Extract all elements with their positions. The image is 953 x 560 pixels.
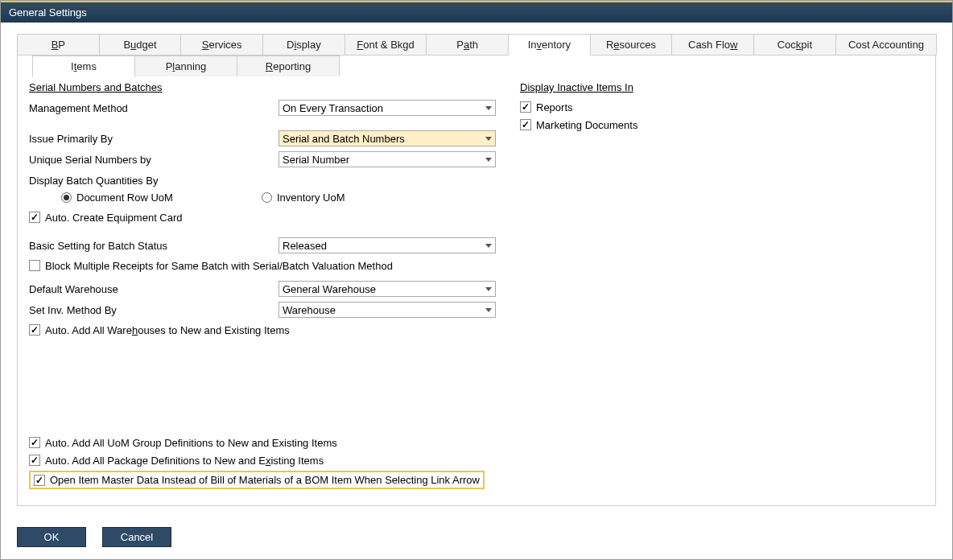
label-issue-primarily: Issue Primarily By: [29, 133, 278, 145]
tab-inventory[interactable]: Inventory: [508, 34, 591, 56]
radio-label: Document Row UoM: [76, 191, 173, 204]
checkbox-auto-add-pkg[interactable]: [29, 455, 40, 466]
radio-group-batch-qty: Document Row UoM Inventory UoM: [61, 191, 496, 204]
checkbox-label: Open Item Master Data Instead of Bill of…: [50, 474, 480, 486]
tab-planning[interactable]: Planning: [134, 56, 237, 76]
chevron-down-icon: [485, 287, 492, 291]
dropdown-value: Released: [283, 240, 327, 252]
section-display-inactive: Display Inactive Items In: [520, 81, 761, 93]
button-bar: OK Cancel: [17, 527, 171, 547]
label-unique-serial: Unique Serial Numbers by: [29, 154, 278, 166]
checkbox-reports[interactable]: [520, 101, 531, 113]
tab-cost-accounting[interactable]: Cost Accounting: [835, 34, 937, 55]
tab-budget[interactable]: Budget: [99, 34, 182, 55]
chevron-down-icon: [485, 244, 492, 248]
dropdown-value: On Every Transaction: [283, 102, 383, 114]
dropdown-value: General Warehouse: [283, 283, 376, 295]
dropdown-value: Serial Number: [283, 154, 349, 166]
dropdown-unique-serial[interactable]: Serial Number: [278, 151, 496, 167]
dropdown-set-inv-method[interactable]: Warehouse: [278, 302, 496, 318]
checkbox-label: Marketing Documents: [536, 119, 637, 131]
section-serial-batches: Serial Numbers and Batches: [29, 81, 496, 93]
tab-cash-flow[interactable]: Cash Flow: [671, 34, 754, 55]
dropdown-issue-primarily[interactable]: Serial and Batch Numbers: [278, 130, 496, 146]
tab-bp[interactable]: BP: [17, 34, 100, 55]
checkbox-label: Auto. Add All UoM Group Definitions to N…: [45, 437, 337, 449]
tab-display[interactable]: Display: [262, 34, 345, 55]
label-set-inv-method: Set Inv. Method By: [29, 304, 278, 316]
checkbox-auto-add-uom[interactable]: [29, 437, 40, 448]
dropdown-value: Serial and Batch Numbers: [283, 133, 405, 145]
window-title: General Settings: [9, 6, 87, 19]
cancel-button[interactable]: Cancel: [102, 527, 171, 547]
radio-document-row-uom[interactable]: [61, 192, 72, 203]
label-display-batch-qty: Display Batch Quantities By: [29, 175, 278, 187]
main-tab-row: BP Budget Services Display Font & Bkgd P…: [17, 34, 936, 56]
checkbox-marketing-docs[interactable]: [520, 119, 531, 130]
chevron-down-icon: [485, 106, 492, 110]
ok-button[interactable]: OK: [17, 527, 86, 547]
sub-tab-row: Items Planning Reporting: [32, 56, 913, 76]
checkbox-label: Auto. Add All Warehouses to New and Exis…: [45, 324, 290, 336]
checkbox-auto-equip-card[interactable]: [29, 212, 40, 223]
dropdown-basic-batch-status[interactable]: Released: [278, 237, 496, 253]
tab-cockpit[interactable]: Cockpit: [753, 34, 836, 55]
checkbox-label: Reports: [536, 101, 573, 113]
tab-path[interactable]: Path: [426, 34, 509, 55]
tab-resources[interactable]: Resources: [590, 34, 673, 55]
checkbox-block-multiple[interactable]: [29, 260, 40, 271]
label-default-warehouse: Default Warehouse: [29, 283, 278, 295]
window-title-bar: General Settings: [1, 1, 952, 23]
dropdown-value: Warehouse: [283, 304, 336, 316]
chevron-down-icon: [485, 158, 492, 162]
dropdown-management-method[interactable]: On Every Transaction: [278, 100, 496, 116]
checkbox-label: Block Multiple Receipts for Same Batch w…: [45, 260, 393, 272]
highlighted-option: Open Item Master Data Instead of Bill of…: [29, 471, 485, 489]
tab-services[interactable]: Services: [180, 34, 263, 55]
checkbox-label: Auto. Add All Package Definitions to New…: [45, 455, 324, 467]
radio-label: Inventory UoM: [277, 191, 345, 204]
checkbox-label: Auto. Create Equipment Card: [45, 212, 183, 224]
tab-reporting[interactable]: Reporting: [237, 56, 340, 76]
label-basic-batch-status: Basic Setting for Batch Status: [29, 240, 278, 252]
checkbox-open-item-master[interactable]: [34, 475, 45, 486]
checkbox-auto-add-warehouses[interactable]: [29, 324, 40, 336]
label-management-method: Management Method: [29, 102, 278, 114]
chevron-down-icon: [485, 137, 492, 141]
chevron-down-icon: [485, 308, 492, 312]
tab-items[interactable]: Items: [32, 56, 135, 77]
dropdown-default-warehouse[interactable]: General Warehouse: [278, 281, 496, 297]
tab-font-bkgd[interactable]: Font & Bkgd: [344, 34, 427, 55]
radio-inventory-uom[interactable]: [262, 192, 272, 203]
